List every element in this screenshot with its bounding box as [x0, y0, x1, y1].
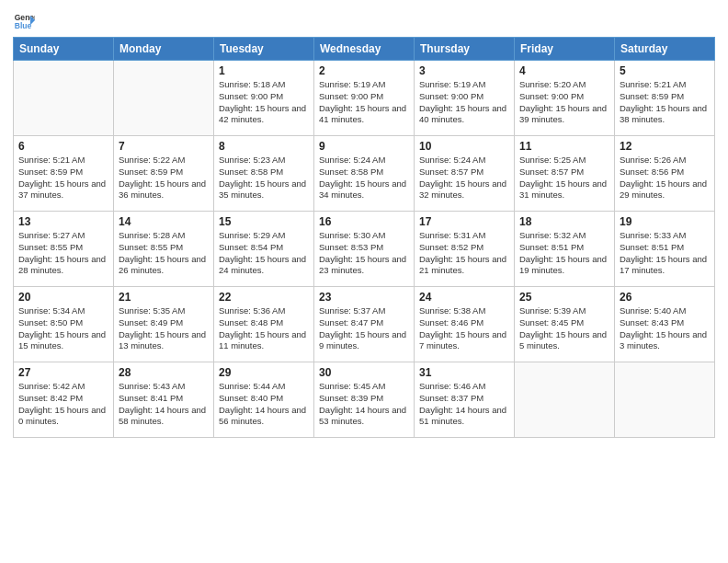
day-number: 17	[419, 215, 509, 228]
day-info: Sunrise: 5:38 AM Sunset: 8:46 PM Dayligh…	[419, 305, 509, 352]
logo-icon: General Blue	[13, 9, 35, 31]
calendar-cell: 3 Sunrise: 5:19 AM Sunset: 9:00 PM Dayli…	[415, 61, 515, 136]
calendar-table: SundayMondayTuesdayWednesdayThursdayFrid…	[13, 37, 715, 438]
daylight: Daylight: 14 hours and 51 minutes.	[419, 405, 506, 427]
sunrise: Sunrise: 5:22 AM	[119, 155, 185, 165]
calendar-week-1: 1 Sunrise: 5:18 AM Sunset: 9:00 PM Dayli…	[14, 61, 715, 136]
calendar-cell: 17 Sunrise: 5:31 AM Sunset: 8:52 PM Dayl…	[415, 212, 515, 287]
day-info: Sunrise: 5:32 AM Sunset: 8:51 PM Dayligh…	[519, 230, 609, 277]
sunset: Sunset: 8:54 PM	[219, 242, 283, 252]
weekday-header-sunday: Sunday	[14, 38, 114, 61]
calendar-cell: 7 Sunrise: 5:22 AM Sunset: 8:59 PM Dayli…	[114, 136, 214, 212]
calendar-cell	[515, 362, 615, 438]
calendar-cell	[615, 362, 715, 438]
sunrise: Sunrise: 5:45 AM	[319, 381, 385, 391]
day-number: 25	[519, 291, 609, 304]
day-number: 18	[519, 215, 609, 228]
calendar-cell: 31 Sunrise: 5:46 AM Sunset: 8:37 PM Dayl…	[415, 362, 515, 438]
sunrise: Sunrise: 5:27 AM	[18, 230, 85, 240]
daylight: Daylight: 15 hours and 21 minutes.	[419, 254, 506, 276]
calendar-cell: 30 Sunrise: 5:45 AM Sunset: 8:39 PM Dayl…	[314, 362, 415, 438]
calendar-week-2: 6 Sunrise: 5:21 AM Sunset: 8:59 PM Dayli…	[14, 136, 715, 212]
sunset: Sunset: 8:59 PM	[119, 167, 183, 177]
calendar-cell: 10 Sunrise: 5:24 AM Sunset: 8:57 PM Dayl…	[415, 136, 515, 212]
day-info: Sunrise: 5:24 AM Sunset: 8:57 PM Dayligh…	[419, 155, 509, 201]
day-number: 24	[419, 291, 509, 304]
sunset: Sunset: 8:59 PM	[620, 91, 684, 101]
daylight: Daylight: 14 hours and 56 minutes.	[219, 405, 306, 427]
daylight: Daylight: 15 hours and 9 minutes.	[319, 329, 406, 351]
daylight: Daylight: 15 hours and 28 minutes.	[18, 254, 106, 276]
calendar-cell: 16 Sunrise: 5:30 AM Sunset: 8:53 PM Dayl…	[314, 212, 415, 287]
calendar-cell: 29 Sunrise: 5:44 AM Sunset: 8:40 PM Dayl…	[214, 362, 314, 438]
sunrise: Sunrise: 5:19 AM	[319, 79, 385, 89]
sunrise: Sunrise: 5:23 AM	[219, 155, 285, 165]
daylight: Daylight: 15 hours and 31 minutes.	[519, 178, 607, 201]
sunrise: Sunrise: 5:32 AM	[519, 230, 586, 240]
sunrise: Sunrise: 5:19 AM	[419, 79, 485, 89]
sunset: Sunset: 8:55 PM	[119, 242, 183, 252]
day-number: 5	[620, 64, 710, 77]
sunrise: Sunrise: 5:24 AM	[419, 155, 485, 165]
calendar-cell: 27 Sunrise: 5:42 AM Sunset: 8:42 PM Dayl…	[14, 362, 114, 438]
day-number: 29	[219, 366, 309, 379]
calendar-cell: 9 Sunrise: 5:24 AM Sunset: 8:58 PM Dayli…	[314, 136, 415, 212]
calendar-cell: 2 Sunrise: 5:19 AM Sunset: 9:00 PM Dayli…	[314, 61, 415, 136]
daylight: Daylight: 15 hours and 37 minutes.	[18, 178, 106, 201]
daylight: Daylight: 14 hours and 58 minutes.	[119, 405, 206, 427]
sunset: Sunset: 8:58 PM	[219, 167, 283, 177]
calendar-cell: 1 Sunrise: 5:18 AM Sunset: 9:00 PM Dayli…	[214, 61, 314, 136]
day-number: 21	[119, 291, 209, 304]
day-info: Sunrise: 5:23 AM Sunset: 8:58 PM Dayligh…	[219, 155, 309, 201]
day-number: 3	[419, 64, 509, 77]
day-number: 30	[319, 366, 409, 379]
sunset: Sunset: 9:00 PM	[519, 91, 584, 101]
day-number: 10	[419, 140, 509, 153]
daylight: Daylight: 15 hours and 17 minutes.	[620, 254, 707, 276]
sunset: Sunset: 8:49 PM	[119, 317, 183, 327]
day-info: Sunrise: 5:35 AM Sunset: 8:49 PM Dayligh…	[119, 305, 209, 352]
calendar-cell: 24 Sunrise: 5:38 AM Sunset: 8:46 PM Dayl…	[415, 287, 515, 362]
day-number: 20	[18, 291, 108, 304]
sunset: Sunset: 8:47 PM	[319, 317, 383, 327]
day-info: Sunrise: 5:42 AM Sunset: 8:42 PM Dayligh…	[18, 381, 108, 428]
day-info: Sunrise: 5:36 AM Sunset: 8:48 PM Dayligh…	[219, 305, 309, 352]
sunrise: Sunrise: 5:39 AM	[519, 305, 586, 316]
calendar-cell: 11 Sunrise: 5:25 AM Sunset: 8:57 PM Dayl…	[515, 136, 615, 212]
sunset: Sunset: 8:53 PM	[319, 242, 383, 252]
sunset: Sunset: 9:00 PM	[419, 91, 483, 101]
day-info: Sunrise: 5:31 AM Sunset: 8:52 PM Dayligh…	[419, 230, 509, 277]
daylight: Daylight: 15 hours and 23 minutes.	[319, 254, 406, 276]
day-info: Sunrise: 5:21 AM Sunset: 8:59 PM Dayligh…	[620, 79, 710, 126]
sunrise: Sunrise: 5:20 AM	[519, 79, 586, 89]
sunrise: Sunrise: 5:25 AM	[519, 155, 586, 165]
day-info: Sunrise: 5:20 AM Sunset: 9:00 PM Dayligh…	[519, 79, 609, 126]
sunrise: Sunrise: 5:42 AM	[18, 381, 85, 391]
sunset: Sunset: 8:46 PM	[419, 317, 483, 327]
day-info: Sunrise: 5:24 AM Sunset: 8:58 PM Dayligh…	[319, 155, 409, 201]
day-number: 15	[219, 215, 309, 228]
day-number: 23	[319, 291, 409, 304]
day-number: 2	[319, 64, 409, 77]
day-info: Sunrise: 5:25 AM Sunset: 8:57 PM Dayligh…	[519, 155, 609, 201]
sunrise: Sunrise: 5:28 AM	[119, 230, 185, 240]
calendar-cell: 20 Sunrise: 5:34 AM Sunset: 8:50 PM Dayl…	[14, 287, 114, 362]
daylight: Daylight: 15 hours and 38 minutes.	[620, 103, 707, 125]
sunrise: Sunrise: 5:35 AM	[119, 305, 185, 316]
day-number: 27	[18, 366, 108, 379]
sunset: Sunset: 8:50 PM	[18, 317, 83, 327]
daylight: Daylight: 15 hours and 13 minutes.	[119, 329, 206, 351]
daylight: Daylight: 14 hours and 53 minutes.	[319, 405, 406, 427]
daylight: Daylight: 15 hours and 40 minutes.	[419, 103, 506, 125]
calendar-cell	[114, 61, 214, 136]
sunset: Sunset: 8:51 PM	[620, 242, 684, 252]
sunset: Sunset: 8:57 PM	[419, 167, 483, 177]
daylight: Daylight: 15 hours and 35 minutes.	[219, 178, 306, 201]
weekday-header-monday: Monday	[114, 38, 214, 61]
day-info: Sunrise: 5:19 AM Sunset: 9:00 PM Dayligh…	[419, 79, 509, 126]
daylight: Daylight: 15 hours and 11 minutes.	[219, 329, 306, 351]
sunrise: Sunrise: 5:31 AM	[419, 230, 485, 240]
sunset: Sunset: 8:58 PM	[319, 167, 383, 177]
calendar-cell: 15 Sunrise: 5:29 AM Sunset: 8:54 PM Dayl…	[214, 212, 314, 287]
day-number: 8	[219, 140, 309, 153]
